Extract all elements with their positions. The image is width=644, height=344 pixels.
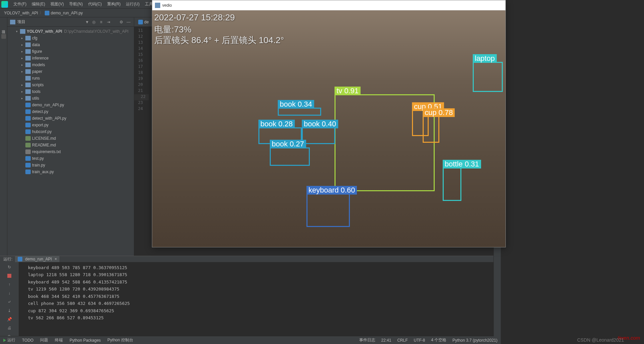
folder-icon[interactable] — [1, 34, 6, 39]
line-number[interactable]: 23 — [134, 100, 146, 106]
tree-folder[interactable]: runs — [7, 75, 134, 82]
tree-file[interactable]: train_aux.py — [7, 168, 134, 175]
line-number[interactable]: 16 — [134, 58, 146, 64]
menu-item[interactable]: 代码(C) — [85, 0, 104, 8]
line-number[interactable]: 21 — [134, 88, 146, 94]
statusbar-item[interactable]: Python Packages — [69, 338, 100, 343]
tree-folder[interactable]: ▸paper — [7, 68, 134, 75]
tree-folder[interactable]: ▸cfg — [7, 35, 134, 41]
line-number[interactable]: 14 — [134, 46, 146, 52]
menu-item[interactable]: 文件(F) — [11, 0, 29, 8]
tree-file[interactable]: export.py — [7, 122, 134, 128]
breadcrumb-file[interactable]: demo_run_API.py — [51, 11, 83, 15]
line-number[interactable]: 24 — [134, 106, 146, 112]
line-number[interactable]: 15 — [134, 52, 146, 58]
statusbar-item[interactable]: 问题 — [40, 337, 48, 343]
scroll-button[interactable]: ⤓ — [6, 308, 12, 314]
detection-box: bottle 0.31 — [443, 167, 461, 201]
chevron-right-icon[interactable]: ▸ — [21, 56, 25, 60]
editor-tab[interactable]: de — [136, 17, 151, 26]
video-window[interactable]: vedio 2022-07-27 15:28:29 电量:73% 后置镜头 86… — [152, 0, 506, 247]
chevron-right-icon[interactable]: ▸ — [21, 83, 25, 87]
tree-item-label: requirements.txt — [32, 149, 61, 154]
project-header-label[interactable]: 项目 — [17, 19, 83, 25]
menu-item[interactable]: 导航(N) — [66, 0, 85, 8]
statusbar-item[interactable]: 终端 — [55, 337, 63, 343]
chevron-right-icon[interactable]: ▸ — [21, 43, 25, 46]
tree-file[interactable]: demo_run_API.py — [7, 102, 134, 108]
chevron-down-icon[interactable]: ▾ — [16, 30, 20, 33]
statusbar-item[interactable]: 4 个空格 — [431, 337, 446, 343]
statusbar-item[interactable]: CRLF — [397, 338, 408, 343]
statusbar-item[interactable]: UTF-8 — [414, 338, 425, 343]
tree-folder[interactable]: ▸models — [7, 62, 134, 68]
line-number[interactable]: 11 — [134, 28, 146, 34]
statusbar-item[interactable]: Python 3.7 (pytorch2021) — [452, 338, 497, 343]
stop-button[interactable] — [6, 273, 12, 279]
down-button[interactable]: ↓ — [6, 290, 12, 296]
tree-root[interactable]: ▾ YOLOV7_with_API D:\pyCharmdata\YOLOV7_… — [7, 28, 134, 35]
tree-file[interactable]: train.py — [7, 162, 134, 168]
tree-file[interactable]: detect.py — [7, 108, 134, 115]
tree-folder[interactable]: ▸inference — [7, 55, 134, 62]
chevron-down-icon[interactable]: ▼ — [85, 20, 89, 24]
statusbar-item[interactable]: Python 控制台 — [108, 337, 133, 343]
statusbar-item[interactable]: TODO — [22, 338, 33, 343]
expand-icon[interactable]: ≡ — [98, 19, 104, 25]
statusbar-item[interactable]: 运行 — [3, 337, 15, 343]
line-number[interactable]: 13 — [134, 40, 146, 46]
tree-folder[interactable]: ▸utils — [7, 95, 134, 102]
python-file-icon — [45, 11, 49, 15]
statusbar-item[interactable]: 事件日志 — [359, 337, 375, 343]
tree-file[interactable]: requirements.txt — [7, 148, 134, 155]
detection-label: keyboard 0.60 — [306, 186, 357, 195]
collapse-icon[interactable]: ⇥ — [106, 19, 111, 25]
close-icon[interactable]: × — [54, 257, 57, 261]
tree-file[interactable]: README.md — [7, 142, 134, 148]
line-number[interactable]: 22 — [134, 94, 149, 100]
py-file-icon — [25, 109, 31, 114]
chevron-right-icon[interactable]: ▸ — [21, 50, 25, 53]
chevron-right-icon[interactable]: ▸ — [21, 90, 25, 93]
print-button[interactable]: 🖨 — [6, 325, 12, 331]
window-icon — [155, 3, 160, 8]
line-number[interactable]: 18 — [134, 70, 146, 76]
chevron-right-icon[interactable]: ▸ — [21, 36, 25, 40]
video-window-titlebar[interactable]: vedio — [152, 0, 505, 10]
run-tab[interactable]: demo_run_API × — [15, 256, 59, 262]
chevron-right-icon[interactable]: ▸ — [21, 70, 25, 73]
line-number[interactable]: 17 — [134, 64, 146, 70]
breadcrumb-root[interactable]: YOLOV7_with_API — [4, 11, 38, 15]
chevron-right-icon[interactable]: ▸ — [21, 97, 25, 100]
tree-file[interactable]: LICENSE.md — [7, 135, 134, 142]
up-button[interactable]: ↑ — [6, 281, 12, 288]
status-bar: 运行TODO问题终端Python PackagesPython 控制台 事件日志… — [0, 336, 501, 344]
minimize-icon[interactable]: — — [126, 19, 131, 25]
tree-folder[interactable]: ▸data — [7, 41, 134, 48]
pin-button[interactable]: 📌 — [6, 316, 12, 322]
folder-icon — [25, 42, 31, 47]
line-number[interactable]: 20 — [134, 82, 146, 88]
menu-item[interactable]: 重构(R) — [104, 0, 124, 8]
project-tree[interactable]: ▾ YOLOV7_with_API D:\pyCharmdata\YOLOV7_… — [7, 27, 134, 256]
wrap-button[interactable]: ⤶ — [6, 299, 12, 305]
tree-folder[interactable]: ▸figure — [7, 48, 134, 55]
menu-item[interactable]: 运行(U) — [123, 0, 142, 8]
tree-folder[interactable]: ▸tools — [7, 88, 134, 95]
tree-file[interactable]: hubconf.py — [7, 128, 134, 135]
project-panel-header: 项目 ▼ ◎ ≡ ⇥ ⚙ — — [7, 17, 134, 27]
tree-file[interactable]: test.py — [7, 155, 134, 162]
menu-item[interactable]: 编辑(E) — [29, 0, 48, 8]
menu-item[interactable]: 视图(V) — [48, 0, 66, 8]
detection-label: book 0.28 — [258, 120, 295, 128]
line-number[interactable]: 19 — [134, 76, 146, 82]
target-icon[interactable]: ◎ — [91, 19, 96, 25]
tree-folder[interactable]: ▸scripts — [7, 82, 134, 88]
chevron-right-icon[interactable]: ▸ — [21, 63, 25, 67]
run-output[interactable]: keyboard 489 503 785 877 0.36370955125 l… — [19, 262, 501, 342]
statusbar-item[interactable]: 22:41 — [381, 338, 391, 343]
gear-icon[interactable]: ⚙ — [119, 19, 124, 25]
tree-file[interactable]: detect_with_API.py — [7, 115, 134, 122]
rerun-button[interactable]: ↻ — [6, 264, 12, 270]
line-number[interactable]: 12 — [134, 34, 146, 40]
